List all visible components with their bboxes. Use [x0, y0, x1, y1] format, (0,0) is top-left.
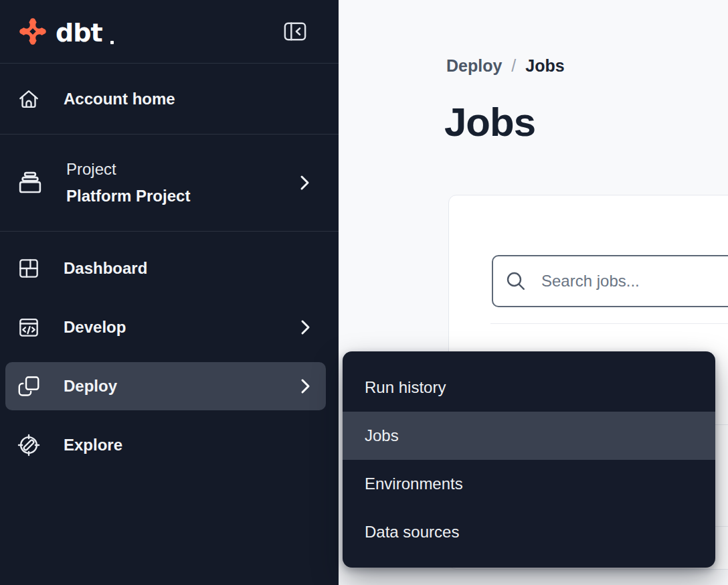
submenu-item-jobs[interactable]: Jobs [343, 412, 715, 460]
sidebar-nav: Dashboard Develop [0, 232, 339, 469]
project-stack-icon [16, 169, 44, 197]
compass-icon [16, 432, 41, 458]
sidebar-item-account-home[interactable]: Account home [0, 64, 339, 135]
dashboard-grid-icon [16, 256, 41, 281]
project-name: Platform Project [66, 183, 190, 210]
chevron-right-icon [299, 174, 310, 191]
sidebar-item-explore[interactable]: Explore [5, 421, 326, 469]
sidebar-collapse-button[interactable] [284, 21, 306, 41]
project-eyebrow: Project [66, 156, 190, 183]
sidebar-header: dbt [0, 0, 339, 64]
chevron-right-icon [300, 378, 311, 395]
deploy-submenu: Run history Jobs Environments Data sourc… [343, 351, 715, 568]
sidebar-item-label: Explore [64, 436, 122, 454]
code-window-icon [16, 315, 41, 340]
sidebar-item-develop[interactable]: Develop [5, 303, 326, 351]
main-content: Deploy / Jobs Jobs Run history Jobs Envi… [339, 0, 728, 585]
breadcrumb: Deploy / Jobs [446, 56, 565, 76]
sidebar-item-label: Develop [64, 318, 126, 337]
sidebar: dbt Account home [0, 0, 339, 585]
search-jobs-input[interactable] [492, 255, 728, 307]
submenu-item-run-history[interactable]: Run history [343, 363, 715, 412]
sidebar-item-dashboard[interactable]: Dashboard [5, 244, 326, 292]
dbt-logo-text: dbt [56, 19, 102, 46]
submenu-item-data-sources[interactable]: Data sources [343, 508, 715, 556]
dbt-logo-icon [18, 17, 48, 46]
chevron-right-icon [300, 319, 311, 336]
card-divider [490, 323, 728, 324]
dbt-logo[interactable]: dbt [18, 17, 114, 46]
submenu-item-environments[interactable]: Environments [343, 460, 715, 508]
sidebar-item-label: Account home [64, 90, 175, 108]
search-field-wrap [492, 255, 728, 307]
app-root: dbt Account home [0, 0, 728, 585]
breadcrumb-deploy-link[interactable]: Deploy [446, 56, 502, 76]
overlapping-squares-icon [16, 373, 41, 399]
dbt-logo-dot [110, 41, 114, 44]
sidebar-project-selector[interactable]: Project Platform Project [0, 135, 339, 232]
sidebar-item-label: Deploy [64, 377, 117, 396]
breadcrumb-separator: / [511, 56, 516, 76]
page-title: Jobs [444, 100, 535, 145]
panel-collapse-left-icon [284, 21, 306, 41]
sidebar-item-label: Dashboard [64, 259, 147, 278]
project-text: Project Platform Project [66, 156, 190, 210]
home-icon [16, 86, 41, 112]
sidebar-item-deploy[interactable]: Deploy [5, 362, 326, 410]
breadcrumb-current-jobs: Jobs [525, 56, 564, 76]
